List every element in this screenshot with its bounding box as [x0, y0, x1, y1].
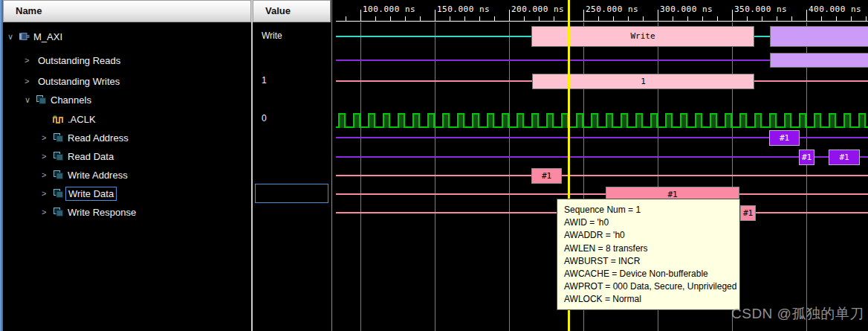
wave-clock-pulse: [665, 113, 673, 128]
wave-line-outstanding-writes: [336, 80, 532, 82]
tree-item-write-data[interactable]: >Write Data: [3, 184, 290, 202]
wave-line-outstanding-reads: [336, 60, 770, 61]
time-axis-minor-tick: [375, 16, 376, 21]
wave-clock-pulse: [531, 113, 539, 128]
wave-clock-pulse: [338, 113, 346, 128]
wave-transaction-outstanding-writes[interactable]: 1: [532, 74, 754, 89]
group-icon: [53, 151, 65, 161]
tree-item-label[interactable]: Outstanding Reads: [36, 54, 123, 67]
time-axis-major-tick: [732, 10, 733, 21]
wave-clock-pulse: [680, 113, 687, 128]
value-cell: 1: [262, 75, 267, 86]
time-gridline: [360, 22, 361, 331]
time-axis-minor-tick: [524, 16, 525, 21]
waveform-viewer-window: Name Value 100.000 ns150.000 ns200.000 n…: [0, 0, 868, 331]
wave-clock-pulse: [427, 113, 435, 128]
wave-transaction-m-axi[interactable]: [770, 26, 868, 47]
wave-clock-pulse: [725, 113, 732, 128]
wave-clock-pulse: [457, 113, 464, 128]
tree-item-write-address[interactable]: >Write Address: [3, 166, 290, 184]
wave-clock-pulse: [516, 113, 524, 128]
wave-transaction-write-response[interactable]: #1: [740, 205, 756, 221]
time-axis-minor-tick: [613, 16, 614, 21]
value-cell: Write: [262, 30, 282, 41]
value-edit-box[interactable]: [255, 184, 328, 203]
interface-icon: [19, 31, 31, 42]
wave-clock-pulse: [784, 113, 791, 128]
time-axis-label: 400.000 ns: [809, 4, 861, 14]
tree-item-label[interactable]: M_AXI: [31, 30, 65, 43]
time-axis-minor-tick: [628, 16, 629, 21]
time-axis-major-tick: [806, 10, 807, 21]
tree-item-label[interactable]: Channels: [48, 94, 94, 106]
tooltip-line: AWLEN = 8 transfers: [564, 242, 733, 255]
wave-clock-pulse: [353, 113, 360, 128]
tooltip-line: AWLOCK = Normal: [564, 293, 733, 306]
time-axis-minor-tick: [479, 16, 480, 21]
wave-clock-pulse: [383, 113, 390, 128]
wave-line-write-address: [336, 175, 868, 176]
tree-item-write-response[interactable]: >Write Response: [3, 203, 290, 221]
wave-transaction-m-axi[interactable]: Write: [531, 26, 754, 47]
wave-line-m-axi: [336, 36, 531, 37]
tree-item-channels[interactable]: ∨Channels: [3, 91, 273, 109]
time-axis-label: 350.000 ns: [734, 4, 787, 14]
tooltip-line: Sequence Num = 1: [564, 204, 733, 216]
wave-transaction-write-address[interactable]: #1: [531, 168, 562, 184]
tree-item-label[interactable]: Outstanding Writes: [36, 75, 122, 88]
watermark: CSDN @孤独的单刀: [731, 304, 864, 324]
tree-item-outstanding-writes[interactable]: >Outstanding Writes: [3, 72, 273, 90]
time-axis-minor-tick: [702, 16, 703, 21]
tree-item-label[interactable]: Write Data: [65, 187, 117, 201]
wave-transaction-outstanding-reads[interactable]: [770, 53, 868, 68]
wave-clock-pulse: [606, 113, 613, 128]
tree-item-outstanding-reads[interactable]: >Outstanding Reads: [3, 51, 273, 69]
time-axis-line: [336, 21, 868, 22]
time-axis-minor-tick: [554, 16, 554, 21]
time-axis-minor-tick: [836, 16, 837, 21]
wave-clock-pulse: [621, 113, 628, 128]
expander-right-icon[interactable]: >: [42, 189, 53, 198]
time-axis-major-tick: [360, 10, 361, 21]
tree-item-read-address[interactable]: >Read Address: [3, 129, 290, 147]
tooltip-line: AWBURST = INCR: [564, 255, 733, 268]
expander-down-icon[interactable]: ∨: [7, 32, 19, 42]
tree-item-label[interactable]: .ACLK: [65, 113, 98, 126]
tree-item-read-data[interactable]: >Read Data: [3, 147, 290, 165]
wave-transaction-read-address[interactable]: #1: [769, 130, 800, 146]
tree-item-label[interactable]: Read Data: [65, 150, 116, 163]
group-icon: [53, 188, 65, 199]
time-gridline: [435, 22, 435, 331]
wave-clock-pulse: [843, 113, 851, 128]
group-icon: [53, 132, 65, 143]
tree-item-label[interactable]: Read Address: [65, 132, 131, 144]
value-cell: 0: [262, 113, 267, 123]
expander-right-icon[interactable]: >: [42, 170, 53, 179]
wave-clock-pulse: [591, 113, 598, 128]
wave-clock-pulse: [472, 113, 479, 128]
expander-right-icon[interactable]: >: [42, 208, 53, 216]
tree-item-m-axi[interactable]: ∨M_AXI: [3, 28, 256, 45]
time-axis-minor-tick: [405, 16, 406, 21]
time-axis-minor-tick: [791, 16, 792, 21]
tree-item-label[interactable]: Write Address: [65, 169, 130, 181]
group-icon: [53, 207, 65, 217]
expander-right-icon[interactable]: >: [42, 152, 53, 161]
expander-right-icon[interactable]: >: [42, 133, 53, 142]
wave-transaction-read-data[interactable]: #1: [829, 150, 860, 165]
time-axis-label: 200.000 ns: [511, 4, 564, 14]
tree-item-label[interactable]: Write Response: [65, 206, 138, 219]
wave-clock-pulse: [769, 113, 777, 128]
wave-transaction-read-data[interactable]: #1: [799, 150, 814, 165]
time-axis-label: 100.000 ns: [363, 4, 415, 14]
expander-right-icon[interactable]: >: [25, 56, 36, 65]
time-axis-minor-tick: [346, 16, 346, 21]
wave-clock-pulse: [650, 113, 658, 128]
expander-down-icon[interactable]: ∨: [25, 95, 36, 105]
time-axis-minor-tick: [866, 16, 867, 21]
tree-item-aclk[interactable]: .ACLK: [3, 110, 290, 128]
expander-right-icon[interactable]: >: [25, 77, 36, 86]
wave-clock-pulse: [829, 113, 836, 128]
wave-clock-pulse: [442, 113, 450, 128]
time-axis-minor-tick: [687, 16, 688, 21]
